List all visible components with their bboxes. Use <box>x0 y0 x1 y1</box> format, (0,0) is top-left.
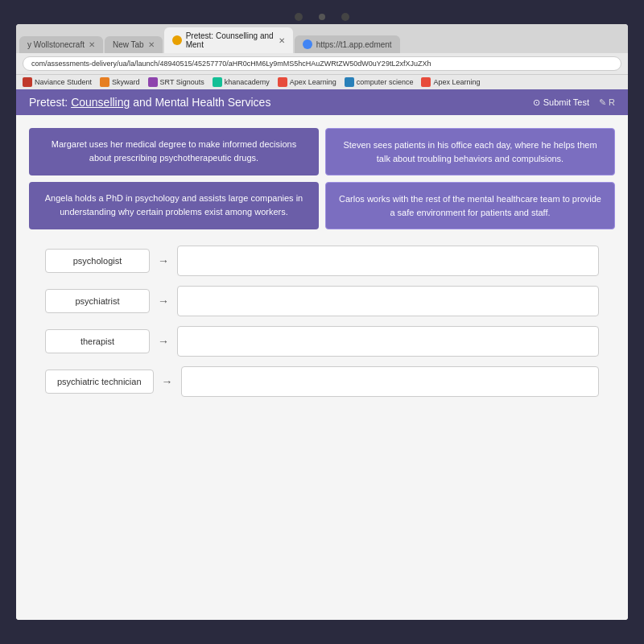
arrow-icon: → <box>158 335 169 348</box>
bookmark-label: Skyward <box>112 78 140 86</box>
bookmark-label: Apex Learning <box>290 78 336 86</box>
scenario-text: Margaret uses her medical degree to make… <box>52 139 296 163</box>
apex-icon <box>278 77 287 87</box>
bookmark-naviance[interactable]: Naviance Student <box>23 77 92 87</box>
match-row-psychiatric-technician: psychiatric technician → <box>45 366 599 397</box>
bookmark-label: khanacademy <box>225 78 270 86</box>
camera-dot-center <box>319 14 325 20</box>
match-label-text: psychiatric technician <box>57 377 142 386</box>
tab-label: y Wollstonecraft <box>27 40 85 49</box>
scenario-card-steven[interactable]: Steven sees patients in his office each … <box>325 128 615 175</box>
match-label-psychiatrist[interactable]: psychiatrist <box>45 289 150 313</box>
page-header: Pretest: Counselling and Mental Health S… <box>16 89 628 115</box>
tab-new[interactable]: New Tab ✕ <box>105 36 163 53</box>
cs-icon <box>345 77 354 87</box>
match-target-therapist[interactable] <box>177 326 599 357</box>
match-label-psychiatric-technician[interactable]: psychiatric technician <box>45 369 154 394</box>
match-target-psychologist[interactable] <box>177 246 599 276</box>
tab-label: https://t1.app.edment <box>316 40 392 49</box>
match-label-text: psychologist <box>73 256 122 266</box>
khan-icon <box>213 77 222 87</box>
page-title: Pretest: Counselling and Mental Health S… <box>29 96 270 109</box>
tab-close-icon[interactable]: ✕ <box>148 40 155 49</box>
bookmark-cs[interactable]: computer science <box>345 77 414 87</box>
srt-icon <box>148 77 158 87</box>
scenario-card-margaret[interactable]: Margaret uses her medical degree to make… <box>29 128 319 175</box>
bookmark-label: SRT Signouts <box>160 78 204 86</box>
match-label-text: therapist <box>80 336 114 346</box>
browser-window: y Wollstonecraft ✕ New Tab ✕ Pretest: Co… <box>16 24 628 620</box>
submit-test-button[interactable]: ⊙ Submit Test <box>533 97 589 108</box>
scenario-text: Angela holds a PhD in psychology and ass… <box>45 193 303 217</box>
match-label-text: psychiatrist <box>75 296 119 306</box>
tab-favicon-icon <box>172 35 182 45</box>
address-bar-row: com/assessments-delivery/ua/la/launch/48… <box>16 53 628 74</box>
match-target-psychiatric-technician[interactable] <box>181 366 599 397</box>
tab-close-icon[interactable]: ✕ <box>89 40 95 49</box>
match-row-therapist: therapist → <box>45 326 599 357</box>
header-actions: ⊙ Submit Test ✎ R <box>533 97 615 108</box>
bookmark-khan[interactable]: khanacademy <box>213 77 270 87</box>
camera-dot-right <box>341 13 349 21</box>
match-row-psychologist: psychologist → <box>45 246 599 276</box>
tab-label: New Tab <box>113 40 144 49</box>
laptop-screen: y Wollstonecraft ✕ New Tab ✕ Pretest: Co… <box>0 0 644 644</box>
tab-favicon-icon <box>303 39 312 49</box>
bookmark-label: Naviance Student <box>35 78 92 86</box>
arrow-icon: → <box>162 375 173 388</box>
tab-bar: y Wollstonecraft ✕ New Tab ✕ Pretest: Co… <box>16 24 628 53</box>
bookmark-skyward[interactable]: Skyward <box>100 77 140 87</box>
apex2-icon <box>421 77 431 87</box>
tab-close-icon[interactable]: ✕ <box>279 36 285 45</box>
match-target-psychiatrist[interactable] <box>177 286 599 316</box>
page-content: Pretest: Counselling and Mental Health S… <box>16 89 628 620</box>
arrow-icon: → <box>158 254 169 267</box>
tab-label: Pretest: Counselling and Ment <box>186 31 275 49</box>
scenario-card-carlos[interactable]: Carlos works with the rest of the mental… <box>325 182 615 229</box>
camera-dot-left <box>295 13 303 21</box>
submit-label: Submit Test <box>543 97 589 107</box>
match-row-psychiatrist: psychiatrist → <box>45 286 599 316</box>
tab-edment[interactable]: https://t1.app.edment <box>295 35 400 53</box>
match-label-psychologist[interactable]: psychologist <box>45 249 150 273</box>
match-label-therapist[interactable]: therapist <box>45 329 150 353</box>
skyward-icon <box>100 77 109 87</box>
quiz-area: Margaret uses her medical degree to make… <box>16 115 628 620</box>
address-bar[interactable]: com/assessments-delivery/ua/la/launch/48… <box>23 56 621 71</box>
naviance-icon <box>23 77 32 87</box>
scenario-text: Carlos works with the rest of the mental… <box>339 194 601 217</box>
arrow-icon: → <box>158 295 169 308</box>
scenario-card-angela[interactable]: Angela holds a PhD in psychology and ass… <box>29 182 319 229</box>
bookmark-apex1[interactable]: Apex Learning <box>278 77 336 87</box>
tab-pretest[interactable]: Pretest: Counselling and Ment ✕ <box>164 27 293 53</box>
camera-area <box>16 8 628 24</box>
bookmark-label: Apex Learning <box>433 78 480 86</box>
bookmarks-bar: Naviance Student Skyward SRT Signouts kh… <box>16 74 628 89</box>
bookmark-label: computer science <box>357 78 414 86</box>
scenario-grid: Margaret uses her medical degree to make… <box>29 128 615 229</box>
tab-wollstonecraft[interactable]: y Wollstonecraft ✕ <box>19 36 103 53</box>
submit-icon: ⊙ <box>533 97 540 108</box>
bookmark-srt[interactable]: SRT Signouts <box>148 77 204 87</box>
scenario-text: Steven sees patients in his office each … <box>343 140 597 163</box>
matching-section: psychologist → psychiatrist → <box>29 246 615 397</box>
bookmark-apex2[interactable]: Apex Learning <box>421 77 480 87</box>
page-nav-label: ✎ R <box>599 97 615 108</box>
